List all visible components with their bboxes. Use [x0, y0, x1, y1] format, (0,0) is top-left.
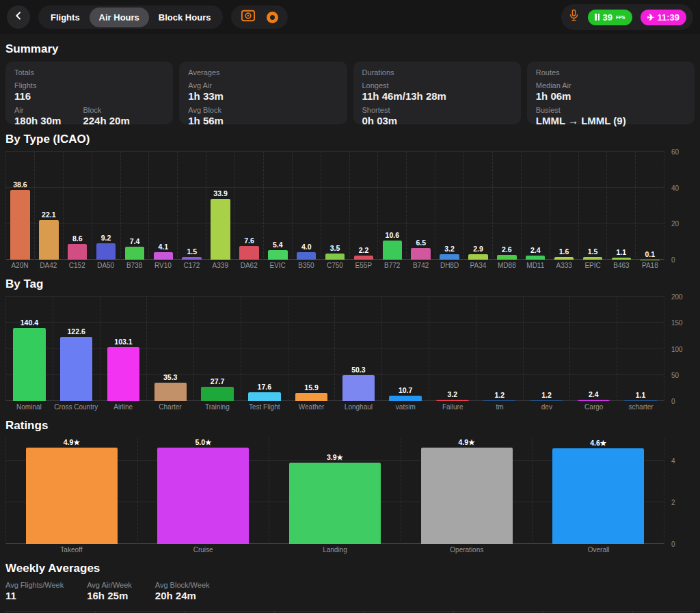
- y-axis-tick: 100: [671, 345, 683, 353]
- category-label: Cargo: [570, 403, 617, 411]
- fps-value: 39: [602, 12, 612, 23]
- bar: [411, 248, 431, 260]
- category-label: A333: [550, 262, 578, 269]
- bar-value-label: 3.2: [444, 245, 455, 253]
- bar-column: 103.1: [100, 297, 147, 401]
- stat-label: Avg Air: [188, 81, 224, 90]
- category-label: DH8D: [435, 262, 464, 269]
- bar: [13, 328, 45, 401]
- bar-column: 4.0: [292, 152, 321, 260]
- bar-value-label: 10.7: [399, 386, 412, 394]
- y-axis-tick: 0: [671, 398, 675, 405]
- stat: Block224h 20m: [83, 106, 129, 126]
- bar: [154, 252, 174, 260]
- category-label: MD11: [521, 262, 550, 269]
- bar: [578, 400, 610, 401]
- stat-row: Air180h 30mBlock224h 20m: [14, 106, 164, 126]
- bar-value-label: 1.2: [494, 391, 504, 399]
- bar-column: 10.7: [381, 297, 429, 401]
- bar-column: 2.6: [492, 152, 521, 260]
- bar: [96, 243, 116, 260]
- bar-column: 4.6★: [532, 438, 664, 544]
- bar-value-label: 3.5: [330, 244, 340, 252]
- bar: [297, 252, 317, 260]
- bar-column: 5.4: [263, 152, 292, 260]
- by-type-heading: By Type (ICAO): [5, 133, 695, 146]
- summary-card: AveragesAvg Air1h 33mAvg Block1h 56m: [179, 62, 347, 124]
- stat-label: Block: [83, 106, 129, 114]
- category-label: Longhaul: [335, 403, 382, 411]
- stat-value: 11h 46m/13h 28m: [362, 90, 446, 102]
- sim-time-value: 11:39: [657, 12, 679, 23]
- y-axis-tick: 20: [671, 220, 679, 228]
- bar-value-label: 140.4: [21, 318, 38, 327]
- bar-column: 140.4: [5, 297, 53, 401]
- category-label: Charter: [147, 403, 194, 411]
- category-labels: A20NDA42C152DA50B738RV10C172A339DA62EVIC…: [5, 262, 664, 269]
- category-label: Landing: [269, 546, 401, 554]
- category-label: Nominal: [5, 403, 53, 411]
- category-label: Weather: [288, 403, 335, 411]
- stat-value: 224h 20m: [83, 115, 129, 126]
- bar-value-label: 2.4: [589, 390, 599, 398]
- bar: [436, 400, 468, 401]
- pause-icon: [595, 14, 600, 21]
- bar-value-label: 15.9: [304, 383, 318, 392]
- bar-column: 7.4: [120, 152, 149, 260]
- bar-column: 2.4: [521, 152, 550, 260]
- camera-view-icon[interactable]: [241, 9, 256, 25]
- y-axis-tick: 4: [671, 457, 675, 465]
- bar-value-label: 4.0: [301, 243, 312, 251]
- tab-block-hours[interactable]: Block Hours: [149, 8, 221, 27]
- bar: [182, 257, 202, 260]
- bar-column: 8.6: [63, 152, 92, 260]
- tab-air-hours[interactable]: Air Hours: [90, 8, 149, 27]
- top-toolbar: Flights Air Hours Block Hours 39FPS: [0, 0, 700, 34]
- bar-column: 38.6: [5, 152, 34, 260]
- ratings-chart: 4.9★5.0★3.9★4.9★4.6★TakeoffCruiseLanding…: [5, 438, 695, 554]
- stat-label: Shortest: [362, 106, 398, 114]
- bar-value-label: 1.1: [636, 391, 646, 399]
- microphone-icon[interactable]: [568, 9, 580, 25]
- back-button[interactable]: [7, 5, 30, 29]
- stat-row: Avg Air1h 33m: [188, 81, 338, 102]
- card-title: Averages: [188, 68, 338, 77]
- stat-value: 1h 33m: [188, 90, 224, 102]
- category-label: Operations: [401, 546, 533, 554]
- category-label: Takeoff: [5, 546, 137, 554]
- category-label: PA18: [636, 262, 664, 269]
- stat-value: 1h 06m: [536, 90, 571, 102]
- by-tag-heading: By Tag: [5, 277, 695, 291]
- bar-column: 50.3: [334, 297, 381, 401]
- bar: [342, 375, 375, 401]
- weekly-stat: Avg Block/Week20h 24m: [155, 581, 210, 601]
- bar-column: 3.9★: [269, 438, 401, 544]
- fps-badge[interactable]: 39FPS: [588, 10, 632, 25]
- bar-value-label: 10.6: [386, 231, 399, 239]
- stat: Longest11h 46m/13h 28m: [362, 81, 446, 102]
- stat-value: 1h 56m: [188, 115, 224, 126]
- category-label: dev: [523, 403, 570, 411]
- category-label: EVIC: [263, 262, 292, 269]
- hours-segmented-control: Flights Air Hours Block Hours: [38, 5, 223, 29]
- bar: [26, 448, 118, 544]
- y-axis-tick: 40: [671, 184, 679, 191]
- stat-label: Median Air: [536, 81, 571, 90]
- bar: [440, 254, 459, 260]
- bar-value-label: 1.6: [559, 247, 569, 256]
- stat-value: 11: [5, 590, 64, 601]
- stat-row: Shortest0h 03m: [362, 106, 512, 126]
- bar-value-label: 2.6: [502, 245, 512, 254]
- category-label: B738: [120, 262, 149, 269]
- tab-flights[interactable]: Flights: [41, 8, 90, 27]
- y-axis-tick: 60: [671, 148, 679, 156]
- bar-column: 5.0★: [137, 438, 269, 544]
- category-label: Overall: [533, 546, 664, 554]
- category-label: B350: [292, 262, 321, 269]
- bar-value-label: 17.6: [258, 383, 271, 391]
- bar-column: 3.5: [321, 152, 349, 260]
- y-axis-tick: 2: [671, 499, 675, 506]
- record-icon[interactable]: [267, 12, 278, 23]
- stat: Avg Block1h 56m: [188, 106, 224, 126]
- sim-time-badge[interactable]: ✈ 11:39: [641, 10, 686, 25]
